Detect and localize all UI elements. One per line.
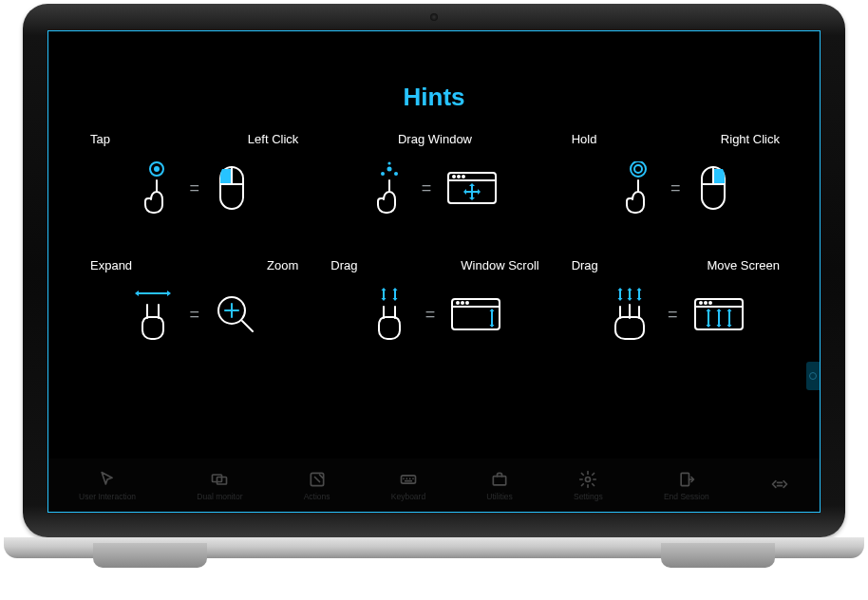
svg-point-30 (457, 302, 459, 304)
svg-point-11 (453, 176, 455, 178)
svg-point-39 (700, 302, 702, 304)
svg-point-8 (387, 161, 390, 164)
keyboard-icon (399, 470, 418, 489)
svg-point-13 (462, 176, 464, 178)
laptop-base (4, 537, 864, 570)
label-tap: Tap (90, 132, 110, 146)
equals-sign: = (422, 178, 432, 198)
svg-point-41 (709, 302, 711, 304)
window-move-icon (444, 167, 500, 209)
bottom-toolbar: User Interaction Dual monitor Actions Ke… (48, 459, 820, 512)
actions-icon (308, 470, 327, 489)
svg-point-7 (394, 172, 398, 176)
mouse-right-click-icon (694, 161, 732, 215)
svg-point-0 (154, 166, 160, 172)
label-drag-two: Drag (330, 258, 357, 272)
equals-sign: = (425, 305, 436, 325)
device-screen: Hints Tap Left Click (47, 30, 821, 513)
toolbar-keyboard[interactable]: Keyboard (391, 470, 425, 501)
label-hold: Hold (572, 132, 597, 146)
briefcase-icon (490, 470, 509, 489)
mouse-left-click-icon (213, 161, 251, 215)
hint-drag-windowscroll: Drag Window Scroll (323, 258, 546, 341)
svg-point-6 (381, 172, 385, 176)
equals-sign: = (670, 178, 681, 198)
label-move-screen: Move Screen (707, 258, 780, 272)
toolbar-utilities[interactable]: Utilities (486, 470, 512, 501)
svg-point-40 (705, 302, 707, 304)
tap-gesture-icon (138, 161, 176, 215)
gear-icon (578, 470, 597, 489)
pinch-gesture-icon (130, 288, 176, 341)
svg-point-17 (631, 161, 646, 177)
label-left-click: Left Click (248, 132, 298, 146)
toolbar-actions[interactable]: Actions (304, 470, 330, 501)
label-drag-three: Drag (572, 258, 598, 272)
label-right-click: Right Click (721, 132, 780, 146)
toolbar-dual-monitor[interactable]: Dual monitor (197, 470, 242, 501)
zoom-magnifier-icon (213, 291, 258, 337)
hints-panel: Hints Tap Left Click (48, 31, 820, 512)
toolbar-expand[interactable] (770, 475, 789, 497)
three-finger-drag-icon (605, 288, 654, 341)
expand-menu-icon (770, 475, 789, 494)
laptop-frame: Hints Tap Left Click (4, 4, 864, 573)
svg-rect-56 (681, 473, 689, 485)
label-drag-window: Drag Window (398, 132, 472, 146)
svg-point-5 (387, 167, 391, 172)
hint-hold-rightclick: Hold Right Click = (564, 132, 787, 215)
screen-move-icon (691, 293, 746, 335)
two-finger-drag-icon (367, 288, 412, 341)
svg-point-32 (466, 302, 468, 304)
drag-one-finger-icon (370, 161, 408, 215)
hint-drag-movescreen: Drag Move Screen (564, 258, 787, 341)
monitors-icon (210, 470, 229, 489)
equals-sign: = (189, 305, 199, 325)
equals-sign: = (668, 305, 678, 325)
toolbar-end-session[interactable]: End Session (664, 470, 709, 501)
side-drawer-tab[interactable] (806, 362, 820, 390)
hint-expand-zoom: Expand Zoom (83, 258, 306, 341)
cursor-icon (98, 470, 117, 489)
label-expand: Expand (90, 258, 132, 272)
svg-rect-48 (401, 475, 415, 482)
exit-icon (677, 470, 696, 489)
svg-point-31 (462, 302, 463, 304)
label-window-scroll: Window Scroll (461, 258, 538, 272)
label-zoom: Zoom (267, 258, 298, 272)
hint-tap-leftclick: Tap Left Click = (83, 132, 306, 215)
hints-grid: Tap Left Click = (83, 132, 787, 341)
svg-point-55 (586, 477, 591, 481)
svg-point-12 (458, 176, 460, 178)
svg-rect-54 (493, 476, 505, 484)
window-scroll-icon (448, 293, 503, 335)
svg-line-23 (242, 321, 253, 331)
page-title: Hints (48, 83, 820, 112)
toolbar-user-interaction[interactable]: User Interaction (79, 470, 136, 501)
hold-gesture-icon (619, 161, 657, 215)
toolbar-settings[interactable]: Settings (574, 470, 603, 501)
svg-point-16 (634, 165, 642, 173)
hint-drag-window: Drag Window = (323, 132, 546, 215)
equals-sign: = (189, 178, 199, 198)
webcam-icon (430, 13, 438, 21)
